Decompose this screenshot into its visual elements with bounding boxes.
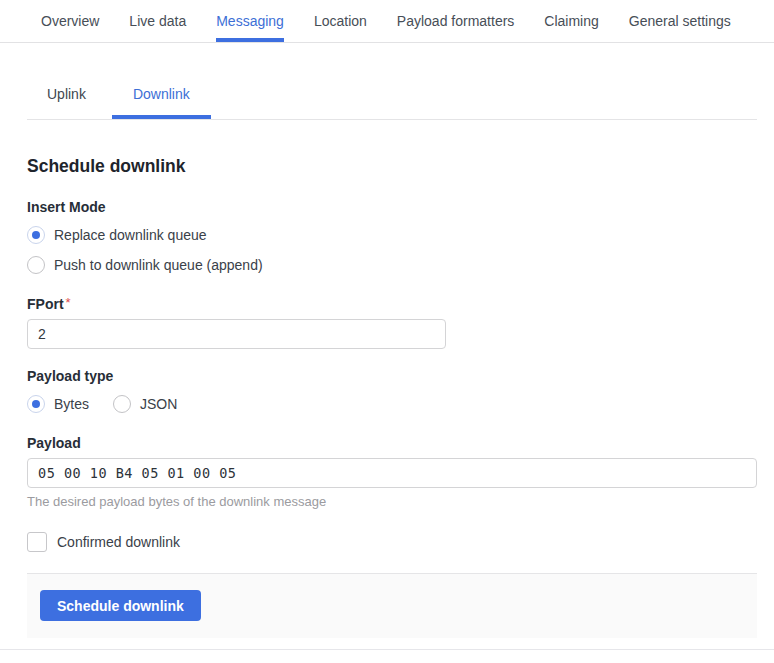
radio-label: JSON: [140, 396, 177, 412]
tab-overview[interactable]: Overview: [41, 0, 99, 42]
page-title: Schedule downlink: [27, 156, 757, 177]
radio-button-icon[interactable]: [27, 256, 45, 274]
messaging-panel: Uplink Downlink Schedule downlink Insert…: [0, 73, 774, 650]
required-asterisk: *: [66, 295, 71, 310]
insert-mode-group: Replace downlink queue Push to downlink …: [27, 226, 757, 274]
payload-help-text: The desired payload bytes of the downlin…: [27, 494, 757, 509]
radio-label: Replace downlink queue: [54, 227, 207, 243]
fport-input[interactable]: [27, 319, 446, 349]
radio-replace-downlink-queue[interactable]: Replace downlink queue: [27, 226, 757, 244]
tab-general-settings[interactable]: General settings: [629, 0, 731, 42]
payload-type-label: Payload type: [27, 368, 757, 384]
tab-payload-formatters[interactable]: Payload formatters: [397, 0, 515, 42]
radio-button-icon[interactable]: [113, 395, 131, 413]
subtab-uplink[interactable]: Uplink: [45, 73, 88, 119]
tab-claiming[interactable]: Claiming: [544, 0, 598, 42]
radio-bytes[interactable]: Bytes: [27, 395, 89, 413]
tab-live-data[interactable]: Live data: [129, 0, 186, 42]
payload-type-group: Bytes JSON: [27, 395, 757, 413]
insert-mode-label: Insert Mode: [27, 199, 757, 215]
radio-button-icon[interactable]: [27, 395, 45, 413]
confirmed-downlink-row[interactable]: Confirmed downlink: [27, 532, 757, 552]
radio-label: Bytes: [54, 396, 89, 412]
fport-label: FPort*: [27, 295, 757, 312]
radio-json[interactable]: JSON: [113, 395, 177, 413]
radio-push-downlink-queue[interactable]: Push to downlink queue (append): [27, 256, 757, 274]
subtab-downlink[interactable]: Downlink: [112, 73, 211, 119]
checkbox-label: Confirmed downlink: [57, 534, 180, 550]
schedule-downlink-button[interactable]: Schedule downlink: [40, 590, 201, 621]
messaging-subtabs: Uplink Downlink: [27, 73, 757, 120]
checkbox-icon[interactable]: [27, 532, 47, 552]
payload-label: Payload: [27, 435, 757, 451]
page-bottom-divider: [0, 649, 774, 650]
tab-location[interactable]: Location: [314, 0, 367, 42]
payload-input[interactable]: [27, 458, 757, 488]
form-footer: Schedule downlink: [27, 573, 757, 638]
fport-label-text: FPort: [27, 296, 64, 312]
tab-messaging[interactable]: Messaging: [216, 0, 284, 42]
radio-label: Push to downlink queue (append): [54, 257, 263, 273]
device-nav: Overview Live data Messaging Location Pa…: [0, 0, 774, 43]
radio-button-icon[interactable]: [27, 226, 45, 244]
